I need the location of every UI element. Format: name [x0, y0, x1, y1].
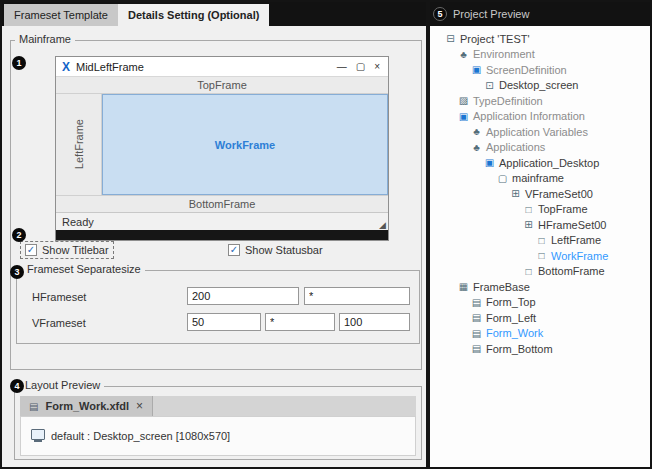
tree-item-label: Project 'TEST' — [460, 33, 530, 45]
hframeset-label: HFrameset — [32, 291, 86, 303]
tab-details-setting[interactable]: Details Setting (Optional) — [118, 4, 269, 26]
tree-item-label: WorkFrame — [551, 250, 608, 262]
tree-item-label: Form_Top — [486, 296, 536, 308]
show-titlebar-checkbox[interactable]: ✓ — [25, 244, 37, 256]
vframeset-input-2[interactable] — [265, 313, 335, 331]
preview-statusbar: Ready ◢ — [56, 212, 388, 230]
tree-item-leftframe[interactable]: □LeftFrame — [444, 233, 650, 249]
frame-icon: □ — [522, 266, 535, 277]
tree-item-label: BottomFrame — [538, 265, 605, 277]
tree-item-bottomframe[interactable]: □BottomFrame — [444, 264, 650, 280]
application-variables-icon: ♣ — [470, 126, 483, 137]
show-titlebar-checkbox-group: ✓ Show Titlebar — [20, 241, 114, 259]
project-preview-panel: ⊟Project 'TEST'♣Environment▣ScreenDefini… — [430, 26, 650, 467]
close-icon[interactable]: × — [374, 61, 380, 72]
left-frame-region[interactable]: LeftFrame — [56, 94, 102, 195]
tree-item-label: Desktop_screen — [499, 79, 579, 91]
tree-item-workframe[interactable]: □WorkFrame — [444, 248, 650, 264]
tree-item-label: Form_Bottom — [486, 343, 553, 355]
maximize-icon[interactable]: ▢ — [356, 61, 365, 72]
tree-item-vframeset00[interactable]: ⊞VFrameSet00 — [444, 186, 650, 202]
tab-close-icon[interactable]: × — [136, 399, 143, 413]
tab-frameset-template[interactable]: Frameset Template — [4, 4, 118, 26]
separatesize-group: Frameset Separatesize — [16, 270, 420, 344]
tree-item-label: VFrameSet00 — [525, 188, 593, 200]
tree-item-mainframe[interactable]: ▢mainframe — [444, 171, 650, 187]
preview-body: LeftFrame WorkFrame — [56, 94, 388, 195]
bottom-frame-region[interactable]: BottomFrame — [56, 195, 388, 212]
tree-item-environment[interactable]: ♣Environment — [444, 47, 650, 63]
screen-definition-icon: ▣ — [470, 64, 483, 75]
frame-icon: □ — [535, 235, 548, 246]
applications-icon: ♣ — [470, 142, 483, 153]
tree-item-label: ScreenDefinition — [486, 64, 567, 76]
layout-preview-text: default : Desktop_screen [1080x570] — [51, 430, 230, 442]
tree-item-topframe[interactable]: □TopFrame — [444, 202, 650, 218]
project-tree-icon: ⊟ — [444, 33, 457, 44]
tree-item-label: Application Variables — [486, 126, 588, 138]
show-statusbar-checkbox-group: ✓ Show Statusbar — [228, 244, 323, 256]
tree-item-label: mainframe — [512, 172, 564, 184]
status-text: Ready — [62, 216, 94, 228]
tree-item-label: TopFrame — [538, 203, 588, 215]
monitor-icon — [31, 429, 45, 440]
show-statusbar-label: Show Statusbar — [245, 244, 323, 256]
preview-bottom-strip — [56, 230, 388, 240]
tree-item-hframeset00[interactable]: ⊞HFrameSet00 — [444, 217, 650, 233]
callout-badge-3: 3 — [10, 265, 24, 279]
top-frame-region[interactable]: TopFrame — [56, 77, 388, 94]
monitor-stand-icon — [34, 440, 42, 442]
vframeset-input-1[interactable] — [187, 313, 261, 331]
resize-grip-icon[interactable]: ◢ — [379, 220, 386, 230]
tree-item-label: Applications — [486, 141, 545, 153]
tree-item-label: TypeDefinition — [473, 95, 543, 107]
tree-item-typedefinition[interactable]: ▨TypeDefinition — [444, 93, 650, 109]
tree-item-form-work[interactable]: ▤Form_Work — [444, 326, 650, 342]
tree-item-project-test-[interactable]: ⊟Project 'TEST' — [444, 31, 650, 47]
tree-item-label: FrameBase — [473, 281, 530, 293]
project-preview-title: Project Preview — [453, 8, 529, 20]
mainframe-icon: ▢ — [496, 173, 509, 184]
tree-item-application-variables[interactable]: ♣Application Variables — [444, 124, 650, 140]
minimize-icon[interactable]: — — [337, 61, 347, 72]
tree-item-label: Form_Left — [486, 312, 536, 324]
mainframe-group-label: Mainframe — [15, 33, 75, 45]
hframeset-input-1[interactable] — [187, 287, 299, 305]
tree-item-label: LeftFrame — [551, 234, 601, 246]
layout-preview-tabstrip: ▤ Form_Work.xfdl × — [20, 396, 416, 416]
form-icon: ▤ — [470, 297, 483, 308]
vframeset-input-3[interactable] — [339, 313, 410, 331]
tree-item-form-top[interactable]: ▤Form_Top — [444, 295, 650, 311]
left-frame-label: LeftFrame — [73, 119, 85, 169]
preview-window-title: MidLeftFrame — [76, 61, 337, 73]
tree-item-application-desktop[interactable]: ▣Application_Desktop — [444, 155, 650, 171]
frame-icon: □ — [535, 250, 548, 261]
nexacro-x-logo-icon: X — [62, 60, 70, 74]
application-info-icon: ▣ — [457, 111, 470, 122]
work-frame-region[interactable]: WorkFrame — [102, 94, 388, 195]
environment-icon: ♣ — [457, 49, 470, 60]
tree-item-screendefinition[interactable]: ▣ScreenDefinition — [444, 62, 650, 78]
tree-item-form-left[interactable]: ▤Form_Left — [444, 310, 650, 326]
type-definition-icon: ▨ — [457, 95, 470, 106]
application-desktop-icon: ▣ — [483, 157, 496, 168]
layout-preview-content: default : Desktop_screen [1080x570] — [20, 416, 416, 456]
app-window: Frameset Template Details Setting (Optio… — [0, 0, 652, 469]
form-work-tab[interactable]: ▤ Form_Work.xfdl × — [20, 396, 153, 416]
form-icon: ▤ — [470, 343, 483, 354]
tree-item-form-bottom[interactable]: ▤Form_Bottom — [444, 341, 650, 357]
tree-item-applications[interactable]: ♣Applications — [444, 140, 650, 156]
frame-preview-window: X MidLeftFrame — ▢ × TopFrame LeftFrame … — [55, 56, 389, 241]
project-preview-header: 5 Project Preview — [430, 2, 650, 26]
separatesize-group-label: Frameset Separatesize — [23, 263, 145, 275]
tree-item-application-information[interactable]: ▣Application Information — [444, 109, 650, 125]
tree-item-label: Application Information — [473, 110, 585, 122]
show-statusbar-checkbox[interactable]: ✓ — [228, 244, 240, 256]
tree-item-framebase[interactable]: ▦FrameBase — [444, 279, 650, 295]
hframeset-input-2[interactable] — [304, 287, 410, 305]
tree-item-label: HFrameSet00 — [538, 219, 606, 231]
tree-item-desktop-screen[interactable]: ⊡Desktop_screen — [444, 78, 650, 94]
show-titlebar-label: Show Titlebar — [42, 244, 109, 256]
form-tab-icon: ▤ — [29, 401, 38, 412]
callout-badge-1: 1 — [12, 56, 26, 70]
